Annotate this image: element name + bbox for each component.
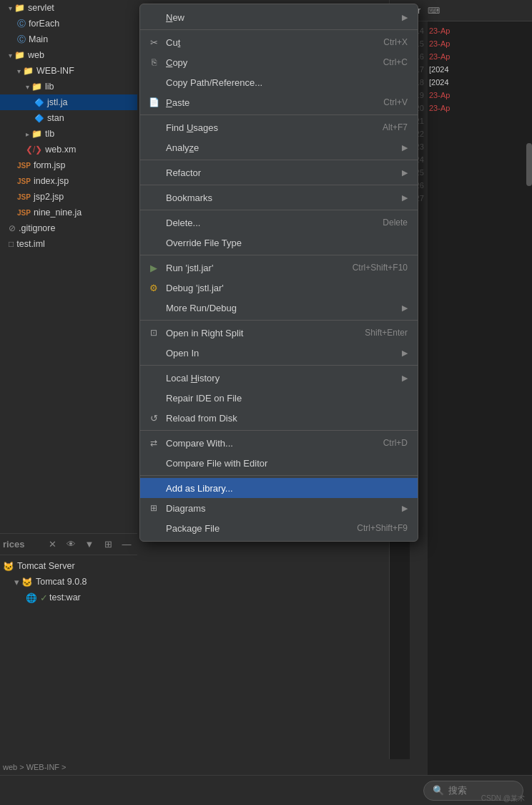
folder-icon: 📁 <box>14 50 25 60</box>
menu-item-cut[interactable]: ✂ Cut Ctrl+X <box>140 32 418 52</box>
tree-item-webxml[interactable]: ❮/❯ web.xm <box>0 142 137 157</box>
cat-icon: 🐱 <box>3 561 14 572</box>
menu-item-override-filetype[interactable]: Override File Type <box>140 233 418 253</box>
cat-icon: 🐱 <box>21 577 33 587</box>
debug-icon: ⚙ <box>147 281 160 294</box>
menu-item-delete[interactable]: Delete... Delete <box>140 213 418 233</box>
submenu-arrow: ▶ <box>402 348 408 358</box>
menu-item-debug[interactable]: ⚙ Debug 'jstl.jar' <box>140 278 418 298</box>
tree-item-stan[interactable]: 🔷 stan <box>0 110 137 126</box>
tree-item-jstljar[interactable]: 🔷 jstl.ja <box>0 94 137 110</box>
menu-item-bookmarks[interactable]: Bookmarks ▶ <box>140 187 418 208</box>
tree-item-formjsp[interactable]: JSP form.jsp <box>0 157 137 173</box>
tree-item-webinf[interactable]: ▾ 📁 WEB-INF <box>0 63 137 79</box>
minus-icon[interactable]: — <box>119 537 134 552</box>
tree-item-indexjsp[interactable]: JSP index.jsp <box>0 173 137 189</box>
server-version-label: Tomcat 9.0.8 <box>36 577 87 587</box>
add-icon[interactable]: ⊞ <box>100 537 116 552</box>
test-war-item[interactable]: 🌐 ✓ test:war <box>0 590 137 605</box>
menu-item-reload-disk[interactable]: ↺ Reload from Disk <box>140 408 418 428</box>
menu-item-open-right-split[interactable]: ⊡ Open in Right Split Shift+Enter <box>140 323 418 343</box>
scrollbar-thumb[interactable] <box>526 143 532 186</box>
menu-item-local-history[interactable]: Local History ▶ <box>140 368 418 388</box>
menu-item-label: Bookmarks <box>166 192 399 203</box>
shortcut-label: Ctrl+Shift+F10 <box>353 263 408 273</box>
menu-item-compare-editor[interactable]: Compare File with Editor <box>140 453 418 473</box>
globe-icon: 🌐 <box>26 592 37 603</box>
filter-icon[interactable]: ▼ <box>82 537 97 552</box>
jar-icon: 🔷 <box>34 98 44 107</box>
menu-item-run[interactable]: ▶ Run 'jstl.jar' Ctrl+Shift+F10 <box>140 258 418 278</box>
tree-arrow: ▾ <box>9 4 12 12</box>
tree-label: WEB-INF <box>36 66 74 76</box>
copy-icon: ⎘ <box>147 56 160 69</box>
tree-item-tlb[interactable]: ▸ 📁 tlb <box>0 126 137 142</box>
menu-item-label: Copy Path/Reference... <box>166 77 408 88</box>
eye-icon[interactable]: 👁 <box>63 537 79 552</box>
menu-separator <box>140 185 418 185</box>
menu-item-compare-with[interactable]: ⇄ Compare With... Ctrl+D <box>140 433 418 453</box>
menu-item-copy-path[interactable]: Copy Path/Reference... <box>140 72 418 92</box>
menu-item-label: Cut <box>166 37 378 48</box>
tomcat-server-item[interactable]: 🐱 Tomcat Server <box>0 558 137 574</box>
menu-item-new[interactable]: New ▶ <box>140 7 418 27</box>
tree-label: .gitignore <box>19 223 55 233</box>
tree-label: tlb <box>45 129 54 139</box>
reload-icon: ↺ <box>147 411 160 424</box>
menu-item-refactor[interactable]: Refactor ▶ <box>140 162 418 182</box>
menu-item-analyze[interactable]: Analyze ▶ <box>140 137 418 157</box>
tree-item-servlet[interactable]: ▾ 📁 servlet <box>0 0 137 16</box>
menu-separator <box>140 29 418 30</box>
shortcut-label: Delete <box>383 218 408 228</box>
blank-icon <box>147 391 160 404</box>
menu-item-find-usages[interactable]: Find Usages Alt+F7 <box>140 117 418 137</box>
menu-item-add-library[interactable]: Add as Library... <box>140 478 418 498</box>
menu-item-label: Paste <box>166 97 378 108</box>
submenu-arrow: ▶ <box>402 374 408 383</box>
tomcat-version-item[interactable]: ▾ 🐱 Tomcat 9.0.8 <box>0 574 137 590</box>
menu-item-open-in[interactable]: Open In ▶ <box>140 343 418 363</box>
menu-item-label: Debug 'jstl.jar' <box>166 283 408 293</box>
menu-separator <box>140 160 418 160</box>
bottom-search-bar: 🔍 搜索 CSDN @某术 <box>0 775 532 805</box>
breadcrumb-item[interactable]: WEB-INF <box>26 763 59 771</box>
class-icon: Ⓒ <box>17 18 26 30</box>
blank-icon <box>147 522 160 535</box>
jsp-badge: JSP <box>17 209 31 217</box>
tree-item-foreach[interactable]: Ⓒ forEach <box>0 16 137 31</box>
tree-item-ninenjsp[interactable]: JSP nine_nine.ja <box>0 205 137 220</box>
menu-item-label: Diagrams <box>166 503 399 514</box>
menu-item-label: More Run/Debug <box>166 303 399 313</box>
tree-item-lib[interactable]: ▾ 📁 lib <box>0 79 137 94</box>
menu-item-label: Analyze <box>166 142 399 153</box>
search-placeholder: 搜索 <box>448 784 467 797</box>
menu-item-paste[interactable]: 📄 Paste Ctrl+V <box>140 92 418 112</box>
menu-item-repair-ide[interactable]: Repair IDE on File <box>140 388 418 408</box>
diagrams-icon: ⊞ <box>147 502 160 514</box>
new-icon <box>147 11 160 24</box>
paste-icon: 📄 <box>147 96 160 109</box>
tree-item-jsp2[interactable]: JSP jsp2.jsp <box>0 189 137 205</box>
server-label: Tomcat Server <box>17 561 75 571</box>
log-line: 23-Ap <box>429 37 532 50</box>
folder-icon: 📁 <box>31 129 42 139</box>
menu-separator <box>140 475 418 476</box>
menu-item-more-run[interactable]: More Run/Debug ▶ <box>140 298 418 318</box>
log-line: [2024 <box>429 63 532 76</box>
menu-item-label: Compare With... <box>166 438 378 449</box>
submenu-arrow: ▶ <box>402 13 408 22</box>
search-icon: 🔍 <box>433 785 444 796</box>
tree-item-testiml[interactable]: □ test.iml <box>0 236 137 252</box>
menu-item-package-file[interactable]: Package File Ctrl+Shift+F9 <box>140 518 418 538</box>
tree-item-gitignore[interactable]: ⊘ .gitignore <box>0 220 137 236</box>
close-icon[interactable]: ✕ <box>44 537 60 552</box>
tree-item-web[interactable]: ▾ 📁 web <box>0 47 137 63</box>
tree-label: stan <box>47 113 64 123</box>
blank-icon <box>147 371 160 384</box>
menu-item-label: Run 'jstl.jar' <box>166 263 347 273</box>
tree-arrow: ▾ <box>14 577 19 587</box>
tree-item-main[interactable]: Ⓒ Main <box>0 31 137 47</box>
menu-item-diagrams[interactable]: ⊞ Diagrams ▶ <box>140 498 418 518</box>
breadcrumb-item[interactable]: web <box>3 763 17 771</box>
menu-item-copy[interactable]: ⎘ Copy Ctrl+C <box>140 52 418 72</box>
